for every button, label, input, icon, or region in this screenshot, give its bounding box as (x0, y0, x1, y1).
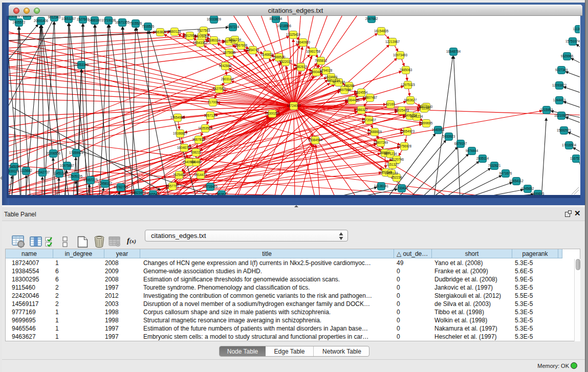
svg-text:2803144: 2803144 (221, 77, 234, 81)
svg-text:8427552: 8427552 (213, 87, 226, 91)
svg-text:5322037: 5322037 (279, 60, 292, 63)
svg-text:9777169: 9777169 (333, 80, 345, 84)
svg-text:2485123: 2485123 (385, 171, 398, 175)
svg-text:1640954: 1640954 (432, 128, 445, 132)
svg-text:6899695: 6899695 (420, 121, 433, 125)
svg-text:10958107: 10958107 (98, 182, 113, 185)
svg-text:6466160: 6466160 (89, 18, 101, 22)
svg-text:19384554: 19384554 (308, 138, 323, 142)
svg-text:17957275: 17957275 (83, 178, 98, 182)
svg-text:19654985: 19654985 (170, 116, 185, 119)
svg-text:9227349: 9227349 (555, 68, 568, 72)
svg-text:16210643: 16210643 (554, 114, 569, 117)
svg-text:2667608: 2667608 (235, 43, 248, 47)
svg-text:8186323: 8186323 (208, 38, 221, 42)
svg-text:10654112: 10654112 (509, 179, 524, 183)
svg-text:15751074: 15751074 (565, 39, 580, 43)
svg-text:13325419: 13325419 (286, 33, 301, 36)
svg-text:7663822: 7663822 (154, 30, 167, 34)
svg-text:1621022: 1621022 (325, 75, 338, 79)
svg-text:20206556: 20206556 (46, 151, 61, 155)
svg-text:16033809: 16033809 (207, 17, 222, 21)
svg-text:2087682: 2087682 (365, 17, 378, 20)
svg-text:3624554: 3624554 (355, 91, 368, 94)
svg-text:1244413: 1244413 (553, 98, 566, 102)
svg-text:1362615: 1362615 (295, 65, 308, 69)
svg-text:18300293: 18300293 (265, 112, 280, 115)
svg-text:5461234: 5461234 (229, 38, 242, 41)
svg-text:6879197: 6879197 (454, 142, 467, 145)
svg-text:9463627: 9463627 (215, 192, 228, 195)
svg-text:12975115: 12975115 (401, 83, 415, 86)
svg-text:2405572: 2405572 (13, 20, 26, 24)
svg-text:16782759: 16782759 (114, 185, 128, 189)
svg-text:9245652: 9245652 (521, 187, 534, 190)
svg-text:9012343: 9012343 (48, 16, 61, 19)
svg-text:3667835: 3667835 (192, 138, 205, 141)
svg-text:14136141: 14136141 (374, 184, 389, 188)
svg-text:2935114: 2935114 (476, 157, 489, 160)
svg-text:746266: 746266 (343, 84, 355, 87)
svg-text:9474444: 9474444 (466, 149, 478, 152)
svg-text:3267130: 3267130 (204, 114, 217, 117)
svg-text:1115682: 1115682 (20, 169, 32, 172)
svg-text:17359924: 17359924 (69, 151, 84, 155)
svg-text:3215953: 3215953 (540, 108, 553, 112)
svg-text:18640910: 18640910 (296, 40, 311, 44)
svg-text:7357224: 7357224 (227, 25, 239, 29)
svg-text:15692971: 15692971 (557, 128, 572, 132)
svg-text:7632621: 7632621 (488, 164, 501, 167)
svg-text:8671234: 8671234 (384, 152, 397, 156)
svg-text:6914479: 6914479 (194, 173, 207, 177)
svg-text:15720407: 15720407 (362, 118, 377, 122)
svg-text:252234: 252234 (391, 176, 402, 179)
svg-text:3675685: 3675685 (223, 51, 236, 54)
svg-text:10975887: 10975887 (60, 164, 75, 167)
svg-text:9329966: 9329966 (561, 54, 574, 58)
svg-text:9463627: 9463627 (404, 98, 417, 102)
svg-text:7516526: 7516526 (142, 25, 155, 28)
svg-text:20691406: 20691406 (34, 19, 49, 23)
svg-text:10653267: 10653267 (61, 17, 76, 20)
svg-text:8813054: 8813054 (270, 17, 282, 20)
svg-text:1113054: 1113054 (573, 27, 580, 31)
svg-text:9327503: 9327503 (198, 29, 210, 32)
svg-text:8454749: 8454749 (247, 48, 259, 52)
svg-text:16648784: 16648784 (446, 50, 461, 53)
svg-text:19218506: 19218506 (277, 24, 292, 28)
svg-text:12823448: 12823448 (132, 191, 146, 194)
svg-text:9794028: 9794028 (320, 69, 333, 72)
svg-text:1588520: 1588520 (273, 55, 286, 59)
svg-text:10756928: 10756928 (397, 144, 412, 148)
svg-text:9146821: 9146821 (261, 53, 274, 56)
svg-text:13226058: 13226058 (194, 34, 209, 38)
svg-text:7986322: 7986322 (355, 108, 368, 112)
svg-text:16671355: 16671355 (115, 20, 130, 24)
svg-text:7955812: 7955812 (315, 59, 328, 62)
svg-text:9465546: 9465546 (147, 192, 160, 195)
svg-text:16154835: 16154835 (374, 29, 389, 33)
svg-text:1527602: 1527602 (77, 17, 90, 21)
svg-text:1151327: 1151327 (386, 163, 399, 166)
svg-text:9242848: 9242848 (219, 64, 232, 68)
svg-text:17016504: 17016504 (562, 143, 577, 147)
svg-text:20053346: 20053346 (74, 63, 89, 67)
svg-text:8441234: 8441234 (410, 115, 423, 118)
svg-text:1540934: 1540934 (183, 160, 195, 164)
svg-text:15716485: 15716485 (203, 185, 218, 188)
svg-text:1733426: 1733426 (396, 186, 408, 190)
svg-text:717006: 717006 (207, 100, 219, 104)
svg-text:19166827: 19166827 (173, 132, 188, 135)
svg-text:10973493: 10973493 (393, 53, 408, 57)
svg-text:1145134: 1145134 (53, 171, 66, 175)
svg-text:62160: 62160 (386, 102, 395, 106)
svg-text:16030309: 16030309 (9, 16, 20, 18)
svg-text:18807249: 18807249 (374, 141, 388, 144)
svg-text:5933923: 5933923 (443, 135, 455, 138)
svg-text:20364436: 20364436 (345, 98, 360, 102)
svg-text:7515526: 7515526 (129, 21, 142, 25)
svg-text:10719138: 10719138 (101, 18, 116, 22)
svg-text:7485063: 7485063 (400, 68, 412, 72)
svg-text:9457791: 9457791 (166, 184, 179, 188)
svg-text:10961758: 10961758 (306, 50, 321, 53)
